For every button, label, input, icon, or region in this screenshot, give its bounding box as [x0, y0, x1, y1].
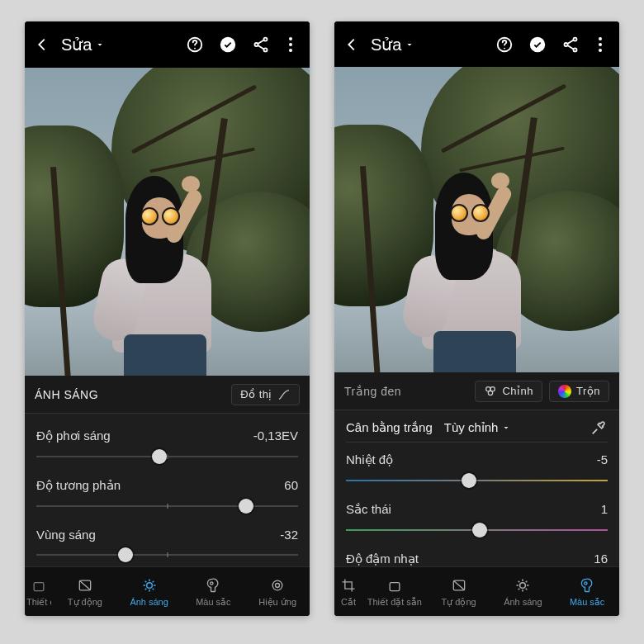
slider-list: Nhiệt độ-5 Sắc thái1 Độ đậm nhạt16: [334, 443, 619, 566]
slider-knob: [152, 449, 167, 464]
slider-row: Độ tương phản60: [36, 468, 298, 518]
bottom-nav: Thiết đặt sẵn Tự động Ánh sáng Màu sắc H…: [25, 566, 310, 616]
svg-point-11: [272, 580, 282, 590]
slider-value: -0,13EV: [253, 429, 298, 443]
svg-rect-6: [34, 582, 44, 590]
header-title[interactable]: Sửa: [61, 35, 92, 54]
more-icon[interactable]: [285, 36, 296, 54]
slider-label: Độ phơi sáng: [36, 429, 111, 443]
slider-row: Vùng sáng-32: [36, 518, 298, 566]
svg-rect-21: [390, 582, 400, 590]
tab-auto[interactable]: Tự động: [53, 576, 117, 608]
slider-knob: [239, 499, 253, 514]
svg-point-8: [146, 583, 152, 589]
slider-label: Độ tương phản: [36, 478, 121, 493]
svg-point-1: [194, 48, 196, 50]
light-panel: ÁNH SÁNG Đồ thị Độ phơi sáng-0,13EV Độ t…: [25, 376, 310, 616]
svg-point-24: [585, 581, 587, 584]
share-icon[interactable]: [561, 36, 580, 54]
slider-row: Độ đậm nhạt16: [346, 542, 608, 566]
slider-knob: [462, 473, 476, 488]
help-icon[interactable]: [186, 36, 204, 54]
slider-track[interactable]: [36, 498, 298, 514]
slider-track[interactable]: [36, 547, 298, 563]
help-icon[interactable]: [495, 36, 514, 54]
svg-point-4: [254, 43, 258, 46]
tab-presets[interactable]: Thiết đặt sẵn: [25, 576, 53, 608]
tab-light[interactable]: Ánh sáng: [117, 576, 182, 607]
tab-effects[interactable]: Hiệu ứng: [245, 576, 310, 608]
phone-right: Sửa Trắng đen Chỉnh: [334, 21, 619, 616]
svg-point-16: [564, 42, 567, 45]
slider-track[interactable]: [36, 448, 298, 465]
svg-point-14: [530, 36, 545, 51]
share-icon[interactable]: [252, 36, 270, 54]
more-icon[interactable]: [594, 36, 606, 54]
slider-value: 16: [594, 552, 608, 566]
slider-track[interactable]: [346, 522, 608, 538]
svg-point-3: [263, 38, 267, 41]
slider-knob: [472, 523, 487, 537]
slider-label: Độ đậm nhạt: [346, 552, 419, 566]
mix-button[interactable]: Trộn: [549, 381, 609, 402]
photo-preview[interactable]: [25, 68, 310, 376]
panel-title: ÁNH SÁNG: [35, 388, 98, 401]
slider-list: Độ phơi sáng-0,13EV Độ tương phản60 Vùng…: [25, 414, 310, 566]
svg-point-13: [504, 47, 505, 49]
svg-point-20: [489, 391, 493, 395]
top-bar: Sửa: [334, 21, 619, 67]
slider-knob: [118, 547, 133, 562]
svg-point-9: [211, 581, 213, 584]
header-title[interactable]: Sửa: [371, 35, 401, 54]
graph-label: Đồ thị: [240, 388, 272, 400]
dropdown-icon[interactable]: [95, 38, 105, 51]
back-icon[interactable]: [33, 36, 51, 54]
top-bar: Sửa: [25, 21, 310, 68]
slider-value: -32: [280, 528, 298, 542]
slider-label: Nhiệt độ: [346, 452, 393, 467]
tab-color[interactable]: Màu sắc: [182, 576, 246, 608]
svg-point-17: [573, 48, 576, 51]
check-circle-icon[interactable]: [528, 36, 547, 54]
slider-value: -5: [597, 452, 608, 467]
wb-label: Cân bằng trắng: [346, 420, 433, 435]
slider-track[interactable]: [346, 472, 608, 489]
wb-dropdown[interactable]: Tùy chỉnh: [444, 420, 512, 435]
check-circle-icon[interactable]: [219, 36, 237, 54]
slider-value: 1: [601, 502, 608, 517]
slider-label: Sắc thái: [346, 502, 391, 517]
svg-point-23: [520, 583, 526, 589]
tab-color[interactable]: Màu sắc: [555, 576, 619, 608]
bottom-nav: Cắt Thiết đặt sẵn Tự động Ánh sáng Màu s…: [334, 566, 619, 616]
slider-row: Nhiệt độ-5: [346, 443, 608, 492]
slider-value: 60: [284, 478, 298, 493]
mix-label: Trộn: [576, 385, 600, 397]
adjust-label: Chỉnh: [502, 385, 533, 397]
svg-point-2: [220, 37, 235, 52]
svg-point-15: [573, 37, 576, 40]
adjust-button[interactable]: Chỉnh: [475, 381, 542, 402]
tab-auto[interactable]: Tự động: [427, 576, 491, 608]
tab-light[interactable]: Ánh sáng: [491, 576, 556, 607]
phone-left: Sửa: [25, 21, 310, 616]
svg-point-10: [276, 583, 280, 587]
slider-row: Độ phơi sáng-0,13EV: [36, 419, 298, 468]
tab-presets[interactable]: Thiết đặt sẵn: [362, 576, 427, 608]
photo-preview[interactable]: [334, 67, 619, 372]
tab-crop[interactable]: Cắt: [334, 576, 362, 608]
eyedropper-icon[interactable]: [590, 419, 608, 437]
slider-row: Sắc thái1: [346, 492, 608, 542]
graph-button[interactable]: Đồ thị: [231, 384, 300, 405]
dropdown-icon[interactable]: [405, 38, 414, 51]
svg-point-5: [263, 48, 267, 51]
back-icon[interactable]: [343, 36, 361, 54]
bw-toggle[interactable]: Trắng đen: [344, 385, 401, 398]
slider-label: Vùng sáng: [36, 528, 96, 542]
color-panel: Trắng đen Chỉnh Trộn Cân bằng trắng Tùy …: [334, 372, 619, 616]
color-ring-icon: [558, 385, 571, 398]
